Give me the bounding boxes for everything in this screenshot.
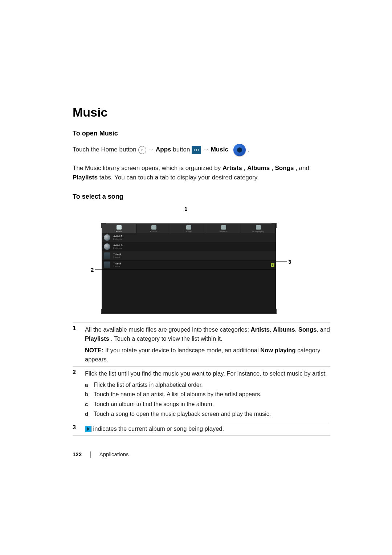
note-label: NOTE: (85, 347, 105, 353)
library-description: The Music library screen opens, which is… (73, 163, 330, 183)
list-item[interactable]: Title B 1 song (102, 260, 276, 270)
tab-icon (117, 225, 122, 230)
document-page: Music To open Music Touch the Home butto… (0, 0, 392, 458)
empty-area (102, 270, 276, 313)
crop-corner (101, 223, 106, 228)
sublist-item: bTouch the name of an artist. A list of … (85, 390, 330, 399)
album-art (104, 262, 110, 268)
text: Artists (251, 326, 270, 333)
album-art (104, 252, 110, 259)
text: . Touch a category to view the list with… (111, 335, 222, 342)
list-subtitle: 2 albums (113, 238, 122, 240)
row-body: Flick the list until you find the music … (85, 369, 330, 420)
text: All the available music files are groupe… (85, 326, 251, 333)
list-item[interactable]: Title B 1 song (102, 251, 276, 260)
list-title: Artist A (113, 235, 122, 238)
tab-nowplaying[interactable]: Now playing (241, 224, 276, 233)
row-number: 1 (73, 325, 85, 364)
screenshot-music-library: Artists Albums Songs Playlists Now playi… (102, 223, 276, 314)
callout-2: 2 (91, 267, 94, 273)
tab-label: Artists (116, 230, 122, 232)
list-title: Title B (113, 253, 121, 256)
arrow-icon: → (148, 146, 156, 153)
music-app-icon (233, 144, 246, 156)
text: Artists (222, 165, 242, 171)
tab-albums[interactable]: Albums (136, 224, 171, 233)
footer-section: Applications (99, 451, 129, 457)
page-number: 122 (73, 451, 82, 457)
tab-label: Now playing (252, 230, 264, 232)
list-subtitle: 2 albums (113, 247, 123, 249)
row-number: 3 (73, 424, 85, 434)
arrow-icon: → (203, 146, 211, 153)
tab-songs[interactable]: Songs (171, 224, 206, 233)
text: Flick the list until you find the music … (85, 370, 327, 377)
play-indicator-icon (85, 426, 91, 432)
text: Now playing (260, 347, 295, 353)
list-title: Artist B (113, 244, 123, 247)
text: If you rotate your device to landscape m… (105, 347, 260, 353)
sublist-letter: b (85, 390, 94, 399)
open-music-instruction: Touch the Home button ⌂ → Apps button ∷∷… (73, 144, 330, 156)
text: Albums (273, 326, 295, 333)
list-item-text: Title B 1 song (113, 253, 121, 258)
text: , (270, 326, 273, 333)
text: indicates the current album or song bein… (93, 425, 224, 432)
page-title: Music (73, 105, 330, 119)
crop-corner (271, 223, 277, 228)
list-item-text: Artist B 2 albums (113, 244, 123, 249)
tab-bar: Artists Albums Songs Playlists Now playi… (102, 224, 276, 233)
crop-corner (271, 309, 277, 314)
sublist-item: dTouch a song to open the music playback… (85, 410, 330, 419)
row-body: indicates the current album or song bein… (85, 424, 330, 434)
text: button (173, 146, 192, 153)
text: tabs. You can touch a tab to display you… (99, 174, 259, 181)
list-subtitle: 1 song (113, 256, 121, 258)
text: . (248, 146, 249, 153)
tab-playlists[interactable]: Playlists (206, 224, 241, 233)
table-row: 3 indicates the current album or song be… (73, 422, 330, 436)
text: The Music library screen opens, which is… (73, 165, 222, 171)
music-label: Music (211, 146, 228, 153)
sublist-item: cTouch an album to find the songs in the… (85, 400, 330, 409)
tab-icon (186, 225, 191, 230)
text: Touch the Home button (73, 146, 138, 153)
footer-separator: | (90, 450, 91, 458)
page-footer: 122 | Applications (73, 450, 330, 458)
text: Playlists (73, 174, 98, 181)
tab-artists[interactable]: Artists (102, 224, 136, 233)
text (230, 146, 232, 153)
list-item[interactable]: Artist B 2 albums (102, 242, 276, 251)
tab-icon (221, 225, 226, 230)
list-item-text: Artist A 2 albums (113, 235, 122, 240)
avatar (104, 234, 110, 241)
sublist: aFlick the list of artists in alphabetic… (85, 381, 330, 419)
text: Touch the name of an artist. A list of a… (94, 390, 330, 399)
text: Songs (275, 165, 294, 171)
apps-grid-icon: ∷∷ (192, 146, 201, 154)
text: Playlists (85, 335, 109, 342)
apps-label: Apps (156, 146, 171, 153)
list-item-text: Title B 1 song (113, 262, 121, 267)
callout-3: 3 (288, 259, 291, 265)
text: , and (295, 165, 309, 171)
sublist-letter: d (85, 410, 94, 419)
figure: 1 2 3 Artists Albums Songs Playlists Now… (92, 207, 292, 314)
text: Touch an album to find the songs in the … (94, 400, 330, 409)
table-row: 1 All the available music files are grou… (73, 323, 330, 367)
sublist-letter: c (85, 400, 94, 409)
text: Songs (298, 326, 317, 333)
list-item[interactable]: Artist A 2 albums (102, 233, 276, 242)
text: Albums (247, 165, 270, 171)
tab-icon (256, 225, 261, 230)
table-row: 2 Flick the list until you find the musi… (73, 367, 330, 422)
avatar (104, 243, 110, 250)
tab-label: Albums (150, 230, 157, 232)
crop-corner (101, 309, 106, 314)
callout-1: 1 (184, 206, 187, 212)
text: , (295, 326, 298, 333)
home-icon: ⌂ (138, 146, 146, 154)
list-title: Title B (113, 262, 121, 265)
tab-label: Songs (185, 230, 192, 232)
text: , (244, 165, 247, 171)
